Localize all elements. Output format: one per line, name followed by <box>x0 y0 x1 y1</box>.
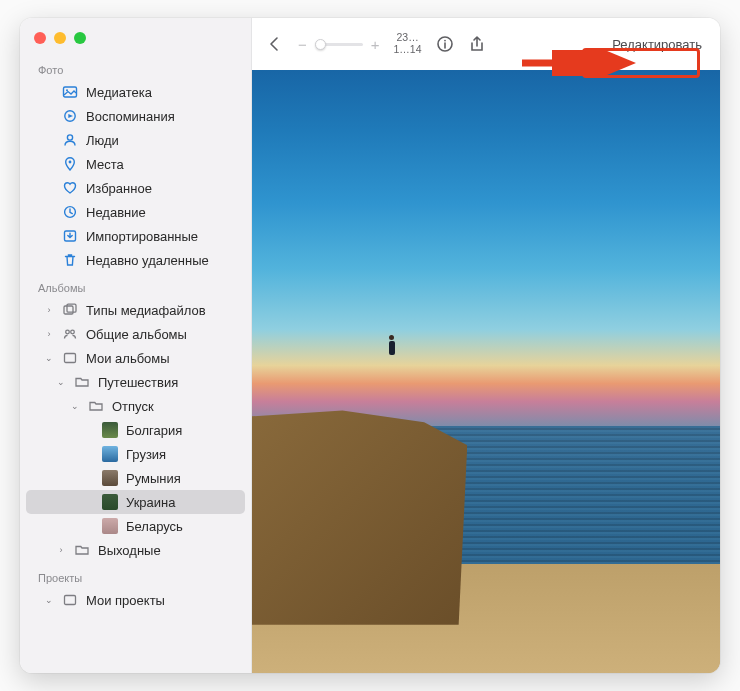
places-icon <box>62 156 78 172</box>
chevron-down-icon[interactable]: ⌄ <box>44 353 54 363</box>
folder-icon <box>74 374 90 390</box>
album-thumb-icon <box>102 518 118 534</box>
sidebar-item-label: Импортированные <box>86 229 198 244</box>
sidebar-item-label: Люди <box>86 133 119 148</box>
sidebar-item-label: Мои проекты <box>86 593 165 608</box>
sidebar-item-vacation[interactable]: ⌄ Отпуск <box>26 394 245 418</box>
sidebar-item-favorites[interactable]: Избранное <box>26 176 245 200</box>
folder-icon <box>88 398 104 414</box>
sidebar-item-georgia[interactable]: Грузия <box>26 442 245 466</box>
zoom-in-icon: + <box>371 36 380 53</box>
info-icon <box>436 35 454 53</box>
sidebar-item-library[interactable]: Медиатека <box>26 80 245 104</box>
memories-icon <box>62 108 78 124</box>
sidebar-item-label: Места <box>86 157 124 172</box>
mediatypes-icon <box>62 302 78 318</box>
sidebar-item-people[interactable]: Люди <box>26 128 245 152</box>
album-thumb-icon <box>102 422 118 438</box>
zoom-track[interactable] <box>315 43 363 46</box>
photo-viewer[interactable] <box>252 70 720 673</box>
sidebar-item-bulgaria[interactable]: Болгария <box>26 418 245 442</box>
sidebar-item-label: Болгария <box>126 423 182 438</box>
album-thumb-icon <box>102 494 118 510</box>
zoom-out-icon: − <box>298 36 307 53</box>
sidebar-item-label: Выходные <box>98 543 161 558</box>
zoom-knob[interactable] <box>315 39 326 50</box>
zoom-slider[interactable]: − + <box>298 36 380 53</box>
window-controls <box>20 18 251 54</box>
clock-icon <box>62 204 78 220</box>
section-header-projects: Проекты <box>20 562 251 588</box>
trash-icon <box>62 252 78 268</box>
sidebar-item-memories[interactable]: Воспоминания <box>26 104 245 128</box>
sidebar-item-belarus[interactable]: Беларусь <box>26 514 245 538</box>
chevron-down-icon[interactable]: ⌄ <box>56 377 66 387</box>
sidebar-item-label: Грузия <box>126 447 166 462</box>
svg-point-3 <box>67 135 72 140</box>
sidebar-item-romania[interactable]: Румыния <box>26 466 245 490</box>
main-area: − + 23… 1…14 Редактировать <box>252 18 720 673</box>
sidebar-item-label: Беларусь <box>126 519 183 534</box>
sidebar-item-label: Недавно удаленные <box>86 253 209 268</box>
sidebar-item-my-albums[interactable]: ⌄ Мои альбомы <box>26 346 245 370</box>
sidebar-item-label: Избранное <box>86 181 152 196</box>
sidebar-item-recently-deleted[interactable]: Недавно удаленные <box>26 248 245 272</box>
sidebar-item-places[interactable]: Места <box>26 152 245 176</box>
section-header-photo: Фото <box>20 54 251 80</box>
sidebar-item-label: Общие альбомы <box>86 327 187 342</box>
import-icon <box>62 228 78 244</box>
sidebar-item-label: Путешествия <box>98 375 178 390</box>
chevron-down-icon[interactable]: ⌄ <box>44 595 54 605</box>
sidebar-item-label: Мои альбомы <box>86 351 170 366</box>
chevron-down-icon[interactable]: ⌄ <box>70 401 80 411</box>
sidebar-item-ukraine[interactable]: Украина <box>26 490 245 514</box>
sidebar-item-my-projects[interactable]: ⌄ Мои проекты <box>26 588 245 612</box>
sidebar-item-label: Воспоминания <box>86 109 175 124</box>
photo-person <box>388 335 396 357</box>
svg-rect-12 <box>65 596 76 605</box>
fullscreen-window-button[interactable] <box>74 32 86 44</box>
close-window-button[interactable] <box>34 32 46 44</box>
sidebar-item-media-types[interactable]: › Типы медиафайлов <box>26 298 245 322</box>
minimize-window-button[interactable] <box>54 32 66 44</box>
sidebar-item-recents[interactable]: Недавние <box>26 200 245 224</box>
photo-cliff <box>252 335 467 624</box>
edit-button[interactable]: Редактировать <box>608 33 706 56</box>
back-button[interactable] <box>266 35 284 53</box>
folder-icon <box>74 542 90 558</box>
sidebar-item-label: Отпуск <box>112 399 154 414</box>
sidebar-item-label: Румыния <box>126 471 181 486</box>
sidebar-item-label: Украина <box>126 495 176 510</box>
counter-line2: 1…14 <box>394 44 422 56</box>
svg-point-10 <box>71 330 75 334</box>
shared-icon <box>62 326 78 342</box>
info-button[interactable] <box>436 35 454 53</box>
svg-point-14 <box>444 40 446 42</box>
sidebar-item-travel[interactable]: ⌄ Путешествия <box>26 370 245 394</box>
chevron-left-icon <box>266 35 284 53</box>
toolbar: − + 23… 1…14 Редактировать <box>252 18 720 70</box>
share-icon <box>468 35 486 53</box>
sidebar-item-shared-albums[interactable]: › Общие альбомы <box>26 322 245 346</box>
chevron-right-icon[interactable]: › <box>44 329 54 339</box>
sidebar-item-label: Типы медиафайлов <box>86 303 206 318</box>
album-icon <box>62 350 78 366</box>
people-icon <box>62 132 78 148</box>
projects-icon <box>62 592 78 608</box>
photo-counter: 23… 1…14 <box>394 32 422 55</box>
sidebar-item-weekends[interactable]: › Выходные <box>26 538 245 562</box>
album-thumb-icon <box>102 470 118 486</box>
sidebar-item-label: Медиатека <box>86 85 152 100</box>
section-header-albums: Альбомы <box>20 272 251 298</box>
heart-icon <box>62 180 78 196</box>
svg-rect-11 <box>65 354 76 363</box>
share-button[interactable] <box>468 35 486 53</box>
sidebar-item-imports[interactable]: Импортированные <box>26 224 245 248</box>
album-thumb-icon <box>102 446 118 462</box>
chevron-right-icon[interactable]: › <box>44 305 54 315</box>
library-icon <box>62 84 78 100</box>
svg-point-4 <box>69 161 72 164</box>
chevron-right-icon[interactable]: › <box>56 545 66 555</box>
svg-point-9 <box>66 330 70 334</box>
sidebar: Фото Медиатека Воспоминания Люди Места И… <box>20 18 252 673</box>
